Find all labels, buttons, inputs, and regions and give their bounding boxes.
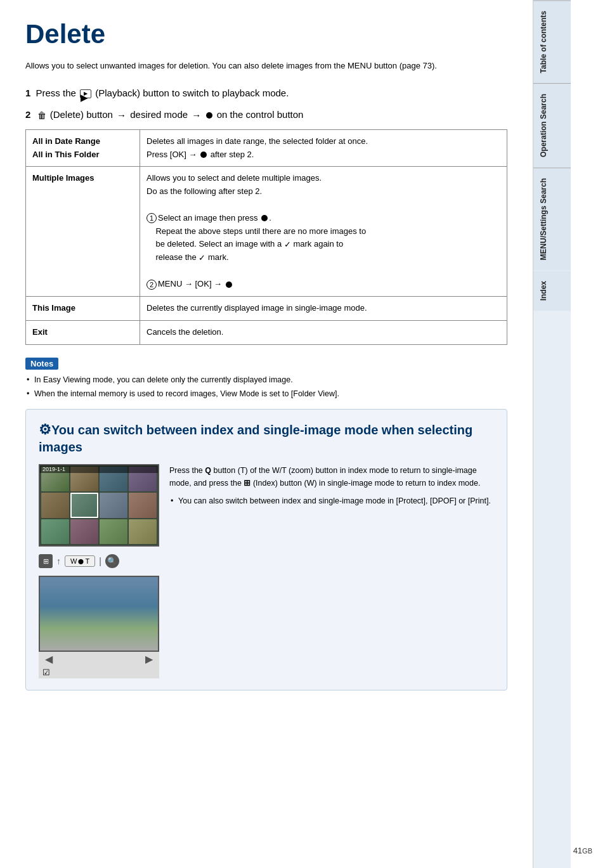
- tip-box: ⚙You can switch between index and single…: [25, 409, 507, 691]
- grid-cell-8: [129, 493, 157, 517]
- tip-bullet-list: You can also switch between index and si…: [169, 495, 494, 507]
- table-cell-label-3: This Image: [26, 296, 140, 320]
- wt-zoom-slider: W ⬤ T: [65, 555, 95, 567]
- gb-label: GB: [582, 847, 592, 855]
- grid-cell-12: [129, 519, 157, 544]
- grid-cell-9: [41, 519, 69, 544]
- zoom-dot: ⬤: [78, 559, 84, 564]
- table-cell-label-4: Exit: [26, 320, 140, 344]
- cam-top-bar: 2019-1-1: [40, 465, 158, 473]
- table-cell-label-1: All in Date RangeAll in This Folder: [26, 129, 140, 167]
- step-2: 2 🗑 (Delete) button → desired mode → on …: [25, 107, 507, 123]
- table-row: Exit Cancels the deletion.: [26, 320, 507, 344]
- arrow-2: →: [192, 108, 201, 123]
- tip-content: 2019-1-1: [39, 464, 494, 678]
- grid-cell-6: [70, 493, 98, 517]
- grid-cell-5: [41, 493, 69, 517]
- grid-view-container: 2019-1-1: [39, 464, 159, 547]
- main-content: Delete Allows you to select unwanted ima…: [0, 0, 533, 868]
- checkmark-bar: ☑: [39, 666, 159, 678]
- page-number: 41GB: [573, 846, 592, 855]
- table-row: Multiple Images Allows you to select and…: [26, 167, 507, 296]
- tab-operation-search[interactable]: Operation Search: [533, 83, 571, 167]
- control-bullet: [206, 112, 212, 119]
- playback-icon: ▶: [80, 89, 91, 98]
- table-cell-desc-4: Cancels the deletion.: [140, 320, 507, 344]
- page-number-value: 41: [573, 846, 582, 855]
- table-row: All in Date RangeAll in This Folder Dele…: [26, 129, 507, 167]
- delete-icon: 🗑: [37, 108, 46, 122]
- tab-index[interactable]: Index: [533, 271, 571, 311]
- table-cell-desc-1: Deletes all images in date range, the se…: [140, 129, 507, 167]
- step-circle-2: 2: [146, 280, 157, 290]
- single-view-container: ◀ ▶ ☑: [39, 576, 159, 678]
- notes-box: Notes In Easy Viewing mode, you can dele…: [25, 358, 507, 400]
- check-mark-2: ✓: [198, 252, 205, 265]
- table-cell-label-2: Multiple Images: [26, 167, 140, 296]
- t-label: T: [85, 557, 89, 565]
- notes-list: In Easy Viewing mode, you can delete onl…: [25, 373, 507, 400]
- tip-body-text: Press the Q button (T) of the W/T (zoom)…: [169, 464, 494, 489]
- zoom-arrow-up: ↑: [56, 556, 61, 566]
- page-wrapper: Delete Allows you to select unwanted ima…: [0, 0, 605, 868]
- options-table: All in Date RangeAll in This Folder Dele…: [25, 129, 507, 345]
- step-1-number: 1: [25, 87, 30, 98]
- notes-item-2: When the internal memory is used to reco…: [25, 387, 507, 400]
- tip-text: Press the Q button (T) of the W/T (zoom)…: [169, 464, 494, 678]
- search-zoom-icon: 🔍: [105, 554, 119, 568]
- table-cell-desc-3: Deletes the currently displayed image in…: [140, 296, 507, 320]
- grid-cell-7: [100, 493, 127, 517]
- table-row: This Image Deletes the currently display…: [26, 296, 507, 320]
- tip-images: 2019-1-1: [39, 464, 159, 678]
- tip-icon: ⚙: [39, 422, 51, 437]
- zoom-bar: ⊞ ↑ W ⬤ T | 🔍: [39, 554, 159, 568]
- tab-menu-settings-search[interactable]: MENU/Settings Search: [533, 167, 571, 270]
- step-1: 1 Press the ▶ (Playback) button to switc…: [25, 86, 507, 101]
- right-tabs: Table of contents Operation Search MENU/…: [533, 0, 571, 868]
- checkmark-icon: ☑: [42, 668, 50, 677]
- tab-table-of-contents[interactable]: Table of contents: [533, 0, 571, 83]
- index-button-icon: ⊞: [39, 554, 53, 568]
- notes-item-1: In Easy Viewing mode, you can delete onl…: [25, 373, 507, 386]
- grid-cell-10: [70, 519, 98, 544]
- tip-title: ⚙You can switch between index and single…: [39, 421, 494, 456]
- grid-cell-11: [100, 519, 127, 544]
- bullet-select: [261, 215, 268, 221]
- intro-text: Allows you to select unwanted images for…: [25, 60, 507, 73]
- cam-arrows: ◀ ▶: [39, 652, 159, 666]
- w-label: W: [70, 557, 77, 565]
- tip-bullet-item: You can also switch between index and si…: [169, 495, 494, 507]
- zoom-separator: |: [99, 556, 101, 566]
- table-cell-desc-2: Allows you to select and delete multiple…: [140, 167, 507, 296]
- check-mark: ✓: [284, 238, 291, 252]
- page-title: Delete: [25, 19, 507, 49]
- bullet-ok: [200, 152, 207, 158]
- bullet-menu: [226, 282, 232, 288]
- notes-label: Notes: [25, 358, 58, 370]
- arrow-right-icon: ▶: [145, 653, 153, 665]
- step-2-number: 2: [25, 109, 30, 120]
- step-circle-1: 1: [146, 213, 157, 223]
- arrow-left-icon: ◀: [45, 653, 53, 665]
- camera-single-view: [39, 576, 159, 652]
- arrow-1: →: [117, 108, 126, 123]
- camera-grid-view: 2019-1-1: [39, 464, 159, 547]
